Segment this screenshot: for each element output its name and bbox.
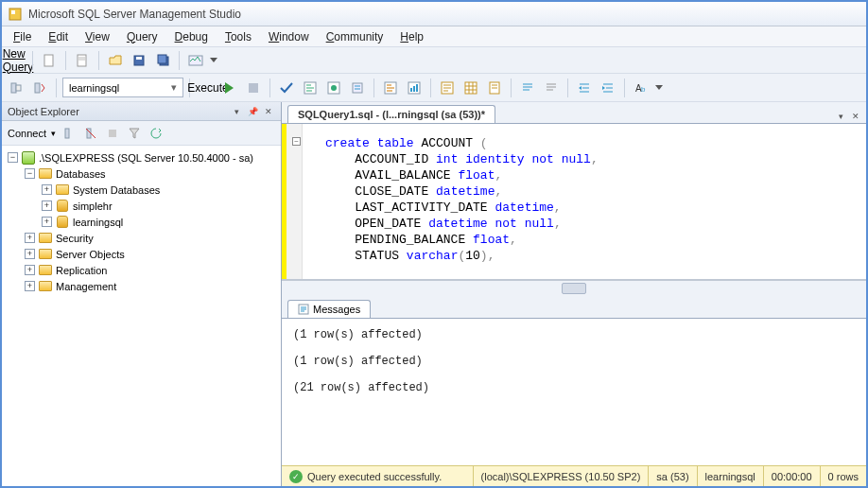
include-plan-icon[interactable] [380, 78, 401, 98]
server-label: .\SQLEXPRESS (SQL Server 10.50.4000 - sa… [39, 152, 253, 164]
dropdown-icon[interactable] [209, 50, 218, 71]
execute-button[interactable]: Execute [196, 78, 217, 98]
save-all-icon[interactable] [152, 50, 173, 71]
stop-icon[interactable] [243, 78, 264, 98]
tree-server-objects-node[interactable]: + Server Objects [4, 246, 279, 262]
outdent-icon[interactable] [598, 78, 618, 98]
activity-icon[interactable] [185, 50, 206, 71]
results-text-icon[interactable] [437, 78, 458, 98]
specify-values-icon[interactable]: Ab [631, 78, 651, 98]
messages-body[interactable]: (1 row(s) affected) (1 row(s) affected) … [282, 319, 866, 465]
menu-edit[interactable]: Edit [41, 28, 76, 45]
tree-security-node[interactable]: + Security [4, 230, 279, 246]
new-query-label: New Query [3, 47, 34, 74]
svg-point-19 [331, 85, 337, 91]
replication-label: Replication [56, 265, 107, 276]
results-grid-icon[interactable] [460, 78, 481, 98]
dropdown-icon[interactable]: ▾ [230, 105, 243, 118]
expand-icon[interactable]: + [42, 184, 52, 195]
object-explorer-header: Object Explorer ▾ 📌 ✕ [2, 102, 281, 121]
menu-file[interactable]: File [6, 28, 39, 45]
folder-icon [38, 167, 53, 181]
svg-text:b: b [641, 85, 646, 94]
disconnect-icon[interactable] [82, 125, 99, 142]
close-icon[interactable]: ✕ [262, 105, 275, 118]
new-project-icon[interactable] [72, 50, 93, 71]
menu-view[interactable]: View [78, 28, 117, 45]
estimated-plan-icon[interactable] [300, 78, 321, 98]
expand-icon[interactable]: + [25, 233, 35, 243]
expand-icon[interactable]: + [42, 217, 52, 227]
close-icon[interactable]: ✕ [849, 110, 862, 123]
dropdown-icon[interactable]: ▾ [834, 110, 847, 123]
connect-label[interactable]: Connect [8, 128, 46, 139]
outline-collapse-icon[interactable]: − [292, 137, 301, 146]
editor-area: SQLQuery1.sql - (l...rningsql (sa (53))*… [282, 102, 866, 486]
comment-icon[interactable] [517, 78, 538, 98]
svg-rect-13 [35, 83, 40, 93]
tree-db-learningsql[interactable]: + learningsql [4, 214, 279, 230]
connect-icon[interactable] [6, 78, 26, 98]
parse-icon[interactable] [276, 78, 297, 98]
dropdown-icon[interactable] [654, 78, 664, 98]
connect-icon[interactable] [61, 125, 78, 142]
new-file-icon[interactable] [39, 50, 60, 71]
expand-icon[interactable]: + [25, 281, 35, 291]
messages-icon [298, 304, 309, 315]
results-file-icon[interactable] [484, 78, 505, 98]
open-icon[interactable] [105, 50, 126, 71]
new-query-button[interactable]: New Query [6, 50, 26, 71]
code-editor[interactable]: − create table ACCOUNT ( ACCOUNT_ID int … [282, 124, 866, 280]
filter-icon[interactable] [126, 125, 143, 142]
messages-tab[interactable]: Messages [287, 300, 371, 318]
databases-label: Databases [56, 168, 106, 180]
stop-icon[interactable] [104, 125, 121, 142]
menu-help[interactable]: Help [392, 28, 431, 45]
status-server: (local)\SQLEXPRESS (10.50 SP2) [473, 466, 649, 486]
folder-icon [38, 248, 53, 261]
object-tree[interactable]: − .\SQLEXPRESS (SQL Server 10.50.4000 - … [2, 146, 281, 486]
pin-icon[interactable]: 📌 [246, 105, 259, 118]
refresh-icon[interactable] [148, 125, 165, 142]
expand-icon[interactable]: + [42, 200, 52, 211]
include-stats-icon[interactable] [404, 78, 425, 98]
tree-db-simplehr[interactable]: + simplehr [4, 198, 279, 214]
toolbar-query: learningsql ▾ Execute Ab [2, 74, 866, 102]
save-icon[interactable] [129, 50, 149, 71]
menu-tools[interactable]: Tools [217, 28, 259, 45]
db-label: simplehr [73, 200, 113, 212]
expand-icon[interactable]: + [25, 265, 35, 275]
horizontal-scrollbar[interactable] [282, 280, 866, 296]
change-connection-icon[interactable] [29, 78, 50, 98]
intellisense-icon[interactable] [347, 78, 368, 98]
menubar: File Edit View Query Debug Tools Window … [2, 26, 866, 47]
db-label: learningsql [73, 217, 123, 228]
tree-server-node[interactable]: − .\SQLEXPRESS (SQL Server 10.50.4000 - … [4, 149, 279, 166]
svg-rect-7 [136, 57, 142, 60]
tree-management-node[interactable]: + Management [4, 278, 279, 294]
database-selector[interactable]: learningsql ▾ [62, 78, 183, 97]
chevron-down-icon: ▾ [168, 81, 180, 94]
tree-databases-node[interactable]: − Databases [4, 166, 279, 182]
collapse-icon[interactable]: − [25, 168, 35, 179]
indent-icon[interactable] [574, 78, 595, 98]
code-text[interactable]: create table ACCOUNT ( ACCOUNT_ID int id… [303, 124, 866, 279]
status-time: 00:00:00 [763, 466, 820, 486]
collapse-icon[interactable]: − [8, 152, 18, 163]
menu-window[interactable]: Window [261, 28, 317, 45]
tree-replication-node[interactable]: + Replication [4, 262, 279, 278]
menu-query[interactable]: Query [119, 28, 165, 45]
expand-icon[interactable]: + [25, 249, 35, 259]
status-message: Query executed successfully. [307, 471, 442, 482]
tree-system-databases-node[interactable]: + System Databases [4, 182, 279, 198]
uncomment-icon[interactable] [541, 78, 562, 98]
svg-rect-27 [465, 82, 477, 94]
debug-icon[interactable] [219, 78, 240, 98]
menu-debug[interactable]: Debug [167, 28, 216, 45]
database-icon [55, 216, 70, 229]
menu-community[interactable]: Community [319, 28, 391, 45]
svg-rect-12 [16, 85, 21, 91]
query-options-icon[interactable] [323, 78, 344, 98]
system-db-label: System Databases [73, 184, 160, 196]
file-tab[interactable]: SQLQuery1.sql - (l...rningsql (sa (53))* [287, 105, 495, 123]
